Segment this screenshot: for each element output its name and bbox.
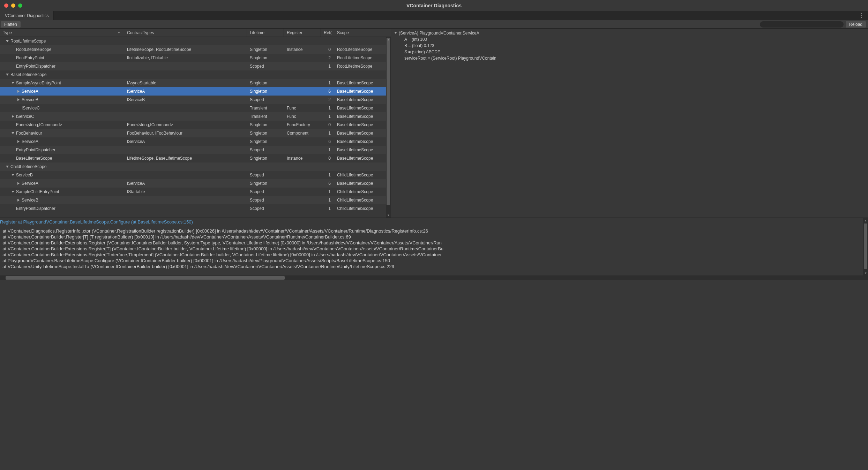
cell-contract: IAsyncStartable [124,81,247,85]
cell-ref: 2 [321,97,334,102]
foldout-icon[interactable] [17,98,21,102]
table-row[interactable]: BaseLifetimeScope [0,70,391,79]
table-row[interactable]: RootLifetimeScopeLifetimeScope, RootLife… [0,45,391,54]
titlebar: VContainer Diagnostics [0,0,868,11]
table-row[interactable]: ServiceAIServiceASingleton6BaseLifetimeS… [0,137,391,146]
scroll-up-icon[interactable]: ▴ [863,218,868,223]
column-header-contract[interactable]: ContractTypes [124,29,247,37]
foldout-icon [17,106,21,110]
table-row[interactable]: SampleAsyncEntryPointIAsyncStartableSing… [0,79,391,87]
bottom-scrollbar-horizontal[interactable] [0,275,863,280]
table-row[interactable]: Func<string,ICommand>Func<string,IComman… [0,121,391,129]
tab-diagnostics[interactable]: VContainer Diagnostics [0,11,54,20]
stack-trace: at VContainer.Diagnostics.RegisterInfo..… [0,228,868,270]
cell-type: RootEntryPoint [16,55,44,60]
scrollbar-thumb[interactable] [864,223,867,269]
cell-lifetime: Singleton [247,89,284,94]
maximize-window-button[interactable] [18,3,22,8]
close-window-button[interactable] [4,3,8,8]
table-row[interactable]: IServiceCTransientFunc1BaseLifetimeScope [0,112,391,121]
table-row[interactable]: ServiceAIServiceASingleton6BaseLifetimeS… [0,87,391,96]
cell-scope: RootLifetimeScope [334,47,383,52]
table-row[interactable]: ChildLifetimeScope [0,162,391,171]
search-input[interactable] [760,21,844,28]
foldout-icon[interactable] [6,165,10,169]
cell-scope: BaseLifetimeScope [334,156,383,161]
reload-button[interactable]: Reload [846,21,866,28]
cell-ref: 1 [321,106,334,111]
scroll-down-icon[interactable]: ▾ [863,271,868,275]
cell-ref: 6 [321,181,334,186]
column-header-scope[interactable]: Scope [334,29,383,37]
cell-type: ServiceA [22,181,38,186]
foldout-icon[interactable] [11,81,15,85]
cell-lifetime: Singleton [247,55,284,60]
foldout-icon[interactable] [11,131,15,135]
inspector-foldout-icon[interactable] [394,31,399,36]
cell-scope: BaseLifetimeScope [334,106,383,111]
foldout-icon [11,64,15,68]
cell-type: SampleAsyncEntryPoint [16,81,61,85]
cell-lifetime: Scoped [247,189,284,194]
cell-scope: BaseLifetimeScope [334,114,383,119]
foldout-icon[interactable] [17,181,21,185]
table-row[interactable]: IServiceCTransientFunc1BaseLifetimeScope [0,104,391,112]
cell-scope: BaseLifetimeScope [334,81,383,85]
foldout-icon[interactable] [11,114,15,119]
cell-lifetime: Scoped [247,64,284,69]
cell-contract: Func<string,ICommand> [124,122,247,127]
bottom-scrollbar-vertical[interactable]: ▴ ▾ [863,218,868,275]
cell-lifetime: Scoped [247,198,284,203]
foldout-icon[interactable] [11,173,15,177]
foldout-icon[interactable] [17,198,21,202]
tab-label: VContainer Diagnostics [5,13,48,18]
table-row[interactable]: EntryPointDispatcherScoped1BaseLifetimeS… [0,146,391,154]
column-header-type[interactable]: Type ▾ [0,29,124,37]
cell-type: ServiceB [16,173,33,177]
tree-body[interactable]: RootLifetimeScopeRootLifetimeScopeLifeti… [0,37,391,218]
table-row[interactable]: ServiceBScoped1ChildLifetimeScope [0,196,391,204]
cell-ref: 1 [321,173,334,177]
foldout-icon[interactable] [17,139,21,144]
foldout-icon[interactable] [6,39,10,43]
scrollbar-thumb[interactable] [387,38,390,205]
table-row[interactable]: BaseLifetimeScopeLifetimeScope, BaseLife… [0,154,391,162]
scroll-down-icon[interactable]: ▾ [386,213,391,218]
inspector-field: A = (int) 100 [394,36,865,43]
table-row[interactable]: RootLifetimeScope [0,37,391,45]
flatten-button[interactable]: Flatten [1,21,21,28]
cell-lifetime: Transient [247,114,284,119]
cell-ref: 2 [321,55,334,60]
cell-lifetime: Singleton [247,131,284,136]
table-row[interactable]: FooBehaviourFooBehaviour, IFooBehaviourS… [0,129,391,137]
foldout-icon[interactable] [6,73,10,77]
foldout-icon[interactable] [17,89,21,93]
cell-ref: 1 [321,64,334,69]
cell-type: ServiceA [22,139,38,144]
tree-scrollbar-vertical[interactable]: ▴ ▾ [386,37,391,218]
cell-ref: 1 [321,147,334,152]
table-row[interactable]: EntryPointDispatcherScoped1RootLifetimeS… [0,62,391,70]
foldout-icon [11,156,15,160]
table-row[interactable]: EntryPointDispatcherScoped1ChildLifetime… [0,204,391,213]
cell-scope: ChildLifetimeScope [334,189,383,194]
foldout-icon[interactable] [11,190,15,194]
cell-contract: LifetimeScope, RootLifetimeScope [124,47,247,52]
column-header-register[interactable]: Register [284,29,321,37]
cell-type: BaseLifetimeScope [10,72,46,77]
table-row[interactable]: ServiceBScoped1ChildLifetimeScope [0,171,391,179]
cell-type: EntryPointDispatcher [16,147,55,152]
register-link[interactable]: Register at PlaygroundVContainer.BaseLif… [0,219,868,228]
column-header-ref[interactable]: Ref( [321,29,334,37]
scroll-up-icon[interactable]: ▴ [386,37,391,42]
column-header-lifetime[interactable]: Lifetime [247,29,284,37]
foldout-icon [11,206,15,211]
cell-lifetime: Singleton [247,139,284,144]
scrollbar-thumb[interactable] [6,276,285,280]
tab-menu-button[interactable]: ⋮ [855,12,868,19]
table-row[interactable]: ServiceBIServiceBScoped2BaseLifetimeScop… [0,96,391,104]
table-row[interactable]: RootEntryPointIInitializable, ITickableS… [0,54,391,62]
table-row[interactable]: SampleChildEntryPointIStartableScoped1Ch… [0,188,391,196]
table-row[interactable]: ServiceAIServiceASingleton6BaseLifetimeS… [0,179,391,188]
minimize-window-button[interactable] [11,3,15,8]
